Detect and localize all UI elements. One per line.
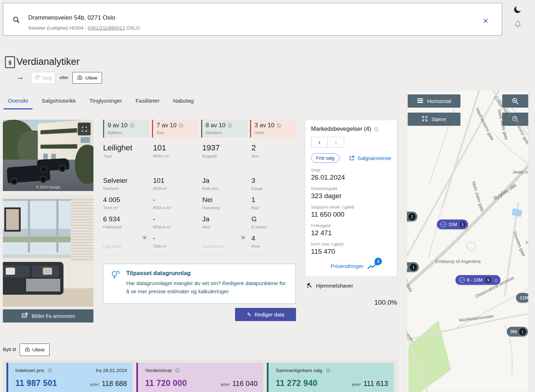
detail-label: Bad (251, 206, 296, 210)
home-icon: ⌂ (494, 277, 498, 283)
check-circle-icon: ✓ (459, 277, 465, 283)
ownership-share: 100.0% (305, 299, 397, 306)
price-card-purple: Verdiestimat ⓘ11 720 000kr/m²116 040 (136, 363, 263, 392)
info-icon[interactable]: ⓘ (325, 368, 330, 373)
bytt-til-utleie-button[interactable]: Utleie (20, 344, 50, 356)
detail-label: Type (103, 154, 153, 158)
map-price-badge[interactable]: 9M1 (507, 327, 528, 336)
tab-tinglysninger[interactable]: Tinglysninger (85, 96, 126, 109)
arrow-right-icon: → (16, 73, 24, 81)
detail-value: - (153, 196, 202, 204)
salgsannonse-link[interactable]: Salgsannonse (349, 155, 391, 161)
badge-count: 1 (519, 328, 526, 335)
tab-salgshistorikk[interactable]: Salgshistorikk (37, 96, 80, 109)
score-value: 9 av 10ⓘ (108, 122, 149, 129)
page-title: Verdianalytiker (16, 56, 80, 67)
map-panel[interactable]: Horisontal Større Colbjørnsens gateHaxth… (407, 90, 529, 392)
detail-cell-bra-m-: 101BRA m² (153, 177, 202, 196)
map-price-badge[interactable]: ✓11M1 (437, 220, 468, 229)
search-box[interactable]: Drammensveien 54b, 0271 Oslo Selveier (L… (3, 3, 502, 36)
expand-photo-button[interactable] (78, 123, 91, 135)
salg-button[interactable]: Salg (31, 72, 55, 84)
detail-cell-eierform: SelveierEierform (103, 177, 153, 196)
detail-cell-tba-m-: -TBA m² (153, 234, 202, 254)
detail-label: Tomt m² (103, 206, 153, 210)
storre-button[interactable]: Større (408, 113, 460, 126)
map-price-badge[interactable]: ✓8 - 13M9⌂ (455, 275, 500, 285)
house-icon (77, 74, 83, 81)
detail-label: BRA-i m² (153, 154, 202, 158)
score-value: 8 av 10ⓘ (206, 122, 248, 129)
cadastre-link[interactable]: 0301/211/69/0/12 (88, 25, 125, 31)
prev-button[interactable]: ‹ (311, 137, 328, 148)
detail-value: - (153, 234, 202, 242)
info-icon[interactable]: ⓘ (277, 123, 281, 128)
info-icon[interactable]: ⓘ (130, 123, 134, 128)
tag-icon (34, 75, 40, 81)
verdianalytiker-icon: § (5, 56, 15, 68)
prisendringer-link[interactable]: Prisendringer (331, 263, 363, 269)
detail-cell-sov-: 2Sov. (251, 143, 296, 166)
hjemmelshaver-row[interactable]: Hjemmelshaver (306, 282, 353, 289)
street-view-photo[interactable]: © 2024 Google (3, 120, 93, 191)
price-card-value: 11 720 000 (145, 378, 187, 388)
image-search-icon (21, 312, 28, 320)
fritt-salg-pill[interactable]: Fritt salg (311, 153, 340, 163)
market-field: Fellesgjeld12 471 (311, 223, 391, 237)
coffee-table (25, 278, 61, 293)
price-unit: kr/m² (90, 382, 99, 387)
price-cards-strip: Indeksert pris ⓘfra 26.01.202411 987 501… (3, 360, 398, 392)
badge-text: 11M (448, 222, 457, 227)
zoom-in-button[interactable] (502, 94, 528, 108)
detail-cell-type: LeilighetType (103, 143, 153, 166)
map-price-badge[interactable]: 4M1 (407, 262, 419, 272)
detail-cell-balk-terr-: JaBalk./terr. (202, 177, 251, 196)
detail-label: Etasje (251, 186, 296, 191)
rows-icon (417, 98, 423, 104)
divider (103, 170, 296, 170)
tab-nabolag[interactable]: Nabolag (169, 96, 198, 109)
detail-cell-tomt-m-: 4 005Tomt m² (103, 196, 153, 215)
horisontal-button[interactable]: Horisontal (408, 94, 460, 108)
detail-label: Sov. (251, 154, 296, 158)
detail-value: 101 (153, 143, 202, 152)
info-icon[interactable]: ⓘ (174, 368, 179, 373)
info-icon[interactable]: ⓘ (374, 127, 378, 132)
car (37, 158, 70, 171)
price-card-title: Sammenlignbare salg ⓘ (276, 368, 330, 374)
close-icon[interactable]: ✕ (483, 17, 489, 25)
edited-tools-icon[interactable]: ⚒ (141, 234, 148, 241)
badge-text: 11M (520, 295, 528, 300)
badge-text: 8 - 13M (467, 277, 483, 283)
detail-label: TBA m² (153, 244, 202, 248)
next-button[interactable]: › (327, 137, 344, 148)
rediger-data-button[interactable]: ✎ Rediger data (235, 308, 296, 321)
utleie-button[interactable]: Utleie (72, 72, 102, 84)
badge-text: 9M (510, 329, 517, 334)
detail-value: G (251, 215, 296, 223)
detail-label: Byggeår (202, 154, 251, 158)
market-field: Salgspris (ekskl. f.gjeld)11 650 000 (311, 205, 391, 218)
info-icon[interactable]: ⓘ (228, 123, 232, 128)
detail-value: 4 005 (103, 196, 153, 204)
bilder-fra-annonsen-button[interactable]: Bilder fra annonsen (3, 309, 93, 323)
price-card-title: Indeksert pris ⓘ (15, 368, 52, 374)
detail-value: 4 (251, 234, 296, 242)
market-field: Solgt26.01.2024 (311, 168, 391, 181)
notifications-bell-icon[interactable] (514, 20, 522, 30)
bytt-til-label: Bytt til (3, 347, 16, 352)
tab-fasiliteter[interactable]: Fasiliteter (131, 96, 164, 109)
eller-label: eller (60, 75, 68, 80)
info-icon[interactable]: ⓘ (47, 368, 52, 373)
price-trend-icon[interactable]: 4 (367, 262, 379, 270)
map-price-badge[interactable]: 11M (516, 293, 529, 303)
lightbulb-icon (111, 270, 120, 282)
search-result-address[interactable]: Drammensveien 54b, 0271 Oslo (28, 14, 115, 21)
map-price-badge[interactable]: 0M2 (407, 212, 417, 221)
badge-count: 2 (408, 213, 416, 220)
edited-tools-icon[interactable]: ⚒ (240, 234, 246, 241)
info-icon[interactable]: ⓘ (179, 123, 183, 128)
tab-oversikt[interactable]: Oversikt (4, 96, 32, 109)
interior-photo[interactable] (3, 195, 93, 307)
dark-mode-icon[interactable] (513, 5, 522, 16)
